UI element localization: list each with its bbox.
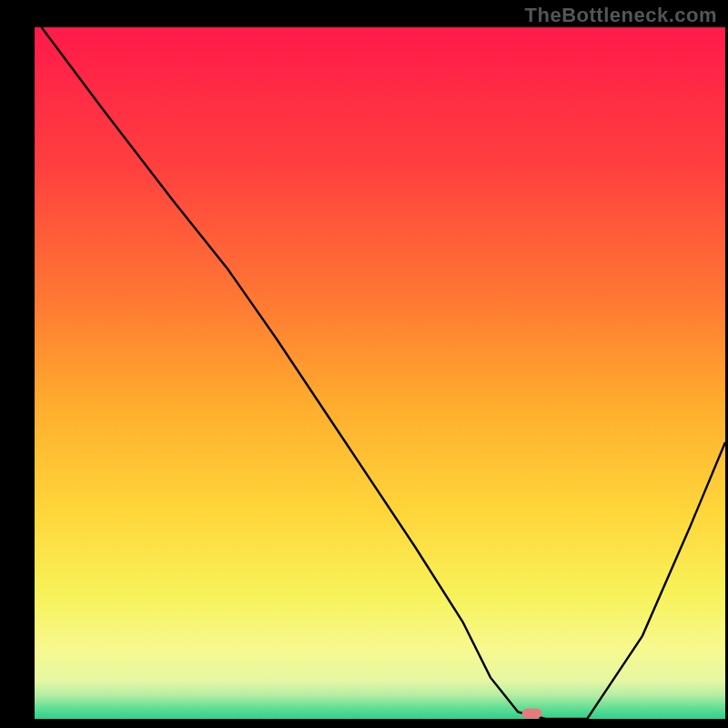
watermark-text: TheBottleneck.com — [525, 4, 717, 27]
chart-frame: TheBottleneck.com — [0, 0, 728, 728]
bottleneck-chart — [0, 0, 728, 728]
plot-background — [35, 27, 725, 719]
optimal-marker — [522, 708, 542, 718]
